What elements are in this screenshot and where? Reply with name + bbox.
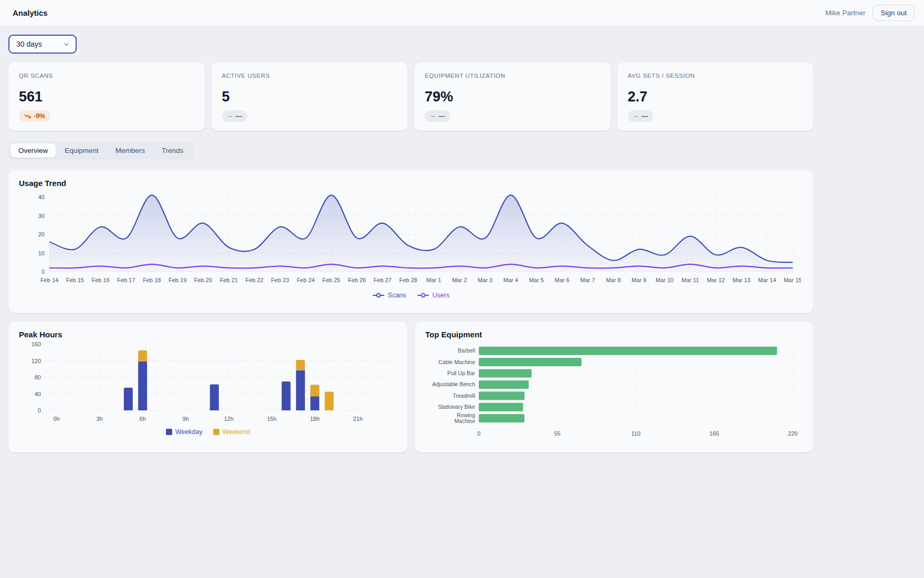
svg-text:Mar 9: Mar 9 — [632, 277, 646, 283]
svg-text:9h: 9h — [183, 416, 189, 422]
svg-text:Mar 10: Mar 10 — [656, 277, 674, 283]
svg-text:160: 160 — [32, 341, 41, 347]
svg-text:220: 220 — [788, 430, 797, 437]
svg-text:Feb 27: Feb 27 — [374, 277, 392, 283]
svg-text:Feb 21: Feb 21 — [220, 277, 238, 283]
peak-hours-chart: 040801201600h3h6h9h12h15h18h21h — [19, 339, 397, 427]
svg-text:80: 80 — [35, 374, 41, 380]
svg-text:Mar 4: Mar 4 — [503, 277, 518, 283]
svg-text:Feb 28: Feb 28 — [399, 277, 417, 283]
svg-text:Mar 12: Mar 12 — [707, 277, 724, 283]
svg-text:Feb 14: Feb 14 — [40, 277, 58, 283]
svg-text:Mar 8: Mar 8 — [606, 277, 621, 283]
legend-label: Weekday — [175, 428, 203, 436]
svg-text:Feb 24: Feb 24 — [297, 277, 314, 283]
svg-text:6h: 6h — [140, 416, 146, 422]
svg-text:Mar 11: Mar 11 — [681, 277, 699, 283]
svg-text:Mar 7: Mar 7 — [580, 277, 595, 283]
svg-text:20: 20 — [38, 231, 45, 238]
svg-text:Stationary Bike: Stationary Bike — [438, 404, 475, 410]
svg-text:Cable Machine: Cable Machine — [438, 359, 475, 365]
svg-text:Feb 15: Feb 15 — [66, 277, 84, 283]
peak-hours-legend: Weekday Weekend — [19, 428, 397, 436]
tab-trends[interactable]: Trends — [154, 143, 192, 158]
kpi-delta-text: -9% — [34, 112, 45, 120]
svg-text:Feb 26: Feb 26 — [348, 277, 366, 283]
svg-text:15h: 15h — [267, 416, 276, 422]
kpi-value: 79% — [425, 90, 600, 104]
tab-members[interactable]: Members — [108, 143, 153, 158]
svg-text:Mar 14: Mar 14 — [758, 277, 776, 283]
top-equipment-chart: BarbellCable MachinePull Up BarAdjustabl… — [425, 342, 803, 437]
svg-text:0: 0 — [477, 430, 480, 437]
svg-text:Feb 22: Feb 22 — [245, 277, 263, 283]
svg-text:Mar 1: Mar 1 — [426, 277, 441, 283]
legend-item-weekday: Weekday — [166, 428, 203, 436]
kpi-value: 561 — [19, 90, 194, 104]
svg-text:0: 0 — [41, 269, 45, 275]
svg-text:21h: 21h — [353, 416, 362, 422]
svg-text:Adjustable Bench: Adjustable Bench — [432, 381, 475, 387]
svg-text:3h: 3h — [97, 416, 103, 422]
content-area: 30 days QR SCANS 561 -9% ACTIVE USERS 5 — [8, 35, 813, 452]
svg-text:Mar 2: Mar 2 — [452, 277, 467, 283]
svg-text:Machine: Machine — [454, 418, 475, 424]
kpi-delta-badge: — — [425, 110, 450, 122]
kpi-value: 2.7 — [628, 90, 803, 104]
top-equipment-card: Top Equipment BarbellCable MachinePull U… — [415, 322, 813, 452]
svg-text:Mar 6: Mar 6 — [554, 277, 569, 283]
kpi-label: ACTIVE USERS — [222, 73, 397, 79]
svg-text:40: 40 — [35, 391, 41, 397]
svg-text:55: 55 — [554, 430, 560, 437]
svg-text:Feb 17: Feb 17 — [117, 277, 135, 283]
kpi-delta-badge: -9% — [19, 110, 50, 122]
svg-text:12h: 12h — [224, 416, 233, 422]
tab-equipment[interactable]: Equipment — [57, 143, 107, 158]
kpi-card-avg-sets: AVG SETS / SESSION 2.7 — — [617, 63, 814, 131]
trending-down-icon — [24, 113, 31, 120]
kpi-label: QR SCANS — [19, 73, 194, 79]
chevron-down-icon — [62, 40, 70, 48]
svg-text:110: 110 — [631, 430, 640, 437]
legend-item-weekend: Weekend — [213, 428, 250, 436]
legend-label: Weekend — [223, 428, 250, 436]
kpi-label: EQUIPMENT UTILIZATION — [425, 73, 600, 79]
legend-label: Users — [433, 292, 450, 299]
svg-text:0h: 0h — [54, 416, 60, 422]
square-marker-icon — [213, 429, 219, 435]
svg-text:10: 10 — [38, 250, 45, 256]
top-bar: Analytics Mike Partner Sign out — [0, 0, 924, 26]
minus-icon — [227, 113, 233, 119]
svg-text:Feb 16: Feb 16 — [92, 277, 110, 283]
kpi-delta-text: — — [642, 112, 648, 120]
analytics-dashboard: Analytics Mike Partner Sign out 30 days … — [0, 0, 924, 578]
svg-text:Mar 15: Mar 15 — [784, 277, 801, 283]
svg-text:30: 30 — [38, 213, 45, 219]
kpi-card-active-users: ACTIVE USERS 5 — — [212, 63, 408, 131]
svg-text:Mar 13: Mar 13 — [732, 277, 750, 283]
usage-trend-card: Usage Trend 010203040Feb 14Feb 15Feb 16F… — [8, 170, 813, 313]
svg-text:Barbell: Barbell — [458, 347, 475, 354]
svg-text:Mar 3: Mar 3 — [478, 277, 492, 283]
minus-icon — [633, 113, 639, 119]
kpi-delta-badge: — — [628, 110, 654, 122]
usage-trend-legend: Scans Users — [19, 292, 803, 299]
legend-item-users: Users — [417, 292, 450, 299]
peak-hours-title: Peak Hours — [19, 330, 397, 339]
line-marker-icon — [372, 292, 385, 298]
tab-overview[interactable]: Overview — [10, 143, 56, 158]
sign-out-button[interactable]: Sign out — [873, 5, 915, 21]
peak-hours-card: Peak Hours 040801201600h3h6h9h12h15h18h2… — [8, 322, 407, 452]
user-name: Mike Partner — [825, 9, 866, 17]
svg-text:Pull Up Bar: Pull Up Bar — [447, 370, 476, 376]
svg-text:0: 0 — [38, 407, 41, 414]
view-tabs: Overview Equipment Members Trends — [8, 141, 194, 160]
svg-text:18h: 18h — [310, 416, 319, 422]
kpi-delta-badge: — — [222, 110, 248, 122]
kpi-row: QR SCANS 561 -9% ACTIVE USERS 5 — — [8, 63, 813, 131]
kpi-delta-text: — — [236, 112, 243, 120]
page-title: Analytics — [13, 8, 48, 17]
svg-text:Feb 20: Feb 20 — [194, 277, 212, 283]
date-range-select[interactable]: 30 days — [8, 35, 77, 54]
top-equipment-title: Top Equipment — [425, 330, 803, 339]
